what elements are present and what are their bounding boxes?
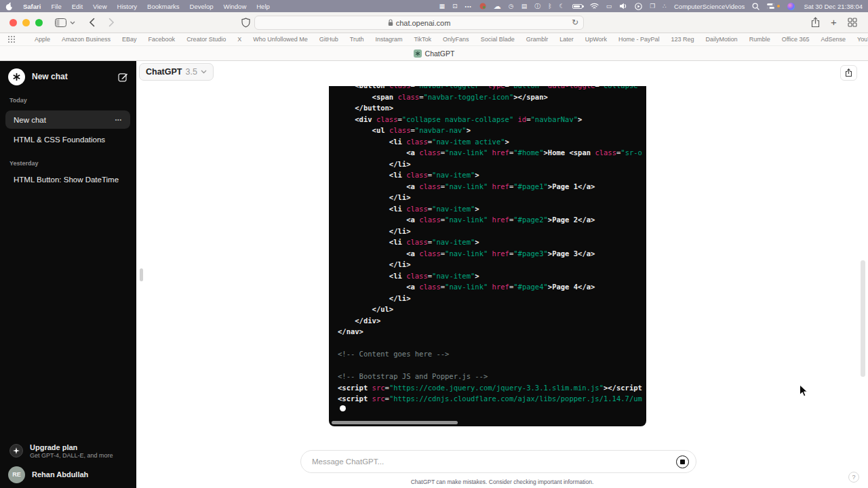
- menu-view[interactable]: View: [93, 3, 106, 10]
- bookmark-item[interactable]: DailyMotion: [706, 36, 738, 43]
- active-tab[interactable]: ChatGPT: [425, 49, 455, 58]
- cloud-icon[interactable]: ☁: [494, 3, 501, 10]
- menu-history[interactable]: History: [117, 3, 138, 10]
- alarm-clock-icon[interactable]: ◷: [509, 3, 514, 9]
- menu-window[interactable]: Window: [223, 3, 246, 10]
- bookmark-item[interactable]: X: [237, 36, 241, 43]
- bookmark-item[interactable]: YouTube Studio: [857, 36, 868, 43]
- device-name-label[interactable]: ComputerScienceVideos: [674, 3, 745, 10]
- siri-icon[interactable]: [787, 3, 795, 10]
- spotlight-search-icon[interactable]: [752, 3, 760, 10]
- bookmark-item[interactable]: AdSense: [821, 36, 846, 43]
- reload-icon[interactable]: ↻: [572, 18, 578, 27]
- window-controls: [9, 19, 43, 26]
- upgrade-plan-button[interactable]: Upgrade plan Get GPT-4, DALL-E, and more: [5, 439, 131, 462]
- volume-icon[interactable]: [619, 3, 627, 9]
- page-scrollbar[interactable]: [861, 260, 865, 377]
- back-button[interactable]: [89, 18, 95, 27]
- message-input[interactable]: [301, 458, 676, 466]
- notification-display-icon[interactable]: ▤: [521, 3, 528, 9]
- code-line: </div>: [338, 315, 646, 327]
- menu-edit[interactable]: Edit: [72, 3, 83, 10]
- new-tab-button[interactable]: +: [831, 16, 837, 28]
- do-not-disturb-moon-icon[interactable]: ☾: [559, 3, 565, 9]
- share-conversation-button[interactable]: [840, 65, 857, 81]
- bookmark-item[interactable]: EBay: [122, 36, 137, 43]
- share-page-icon[interactable]: [811, 17, 820, 28]
- play-circle-icon[interactable]: [635, 3, 642, 10]
- menu-file[interactable]: File: [51, 3, 61, 10]
- frequently-visited-grid-icon[interactable]: [8, 36, 15, 43]
- info-icon[interactable]: ⓘ: [534, 3, 540, 9]
- bookmark-item[interactable]: Home - PayPal: [618, 36, 660, 43]
- keyboard-brightness-icon[interactable]: ▦: [439, 3, 445, 9]
- bookmark-item[interactable]: UpWork: [585, 36, 607, 43]
- code-line: <a class="nav-link" href="#page3">Page 3…: [338, 248, 646, 260]
- bookmark-item[interactable]: Amazon Business: [62, 36, 111, 43]
- sidebar-item-new-chat[interactable]: New chat•••: [5, 110, 130, 129]
- bookmark-item[interactable]: Creator Studio: [186, 36, 226, 43]
- help-button[interactable]: ?: [848, 472, 859, 483]
- forward-button[interactable]: [108, 18, 115, 27]
- new-chat-header[interactable]: New chat: [5, 66, 131, 87]
- safari-toolbar: ••• 1 chat.openai.com ↻ +: [0, 12, 868, 33]
- bookmark-item[interactable]: Apple: [35, 36, 50, 43]
- bookmark-item[interactable]: Gramblr: [526, 36, 549, 43]
- sidebar-item-html-button-show-datetime[interactable]: HTML Button: Show DateTime: [5, 170, 130, 188]
- bookmark-item[interactable]: 123 Reg: [671, 36, 694, 43]
- bookmark-item[interactable]: TikTok: [414, 36, 431, 43]
- code-line: </nav>: [338, 326, 646, 338]
- wifi-icon[interactable]: [590, 3, 599, 9]
- chat-options-icon[interactable]: •••: [115, 117, 122, 122]
- user-menu[interactable]: RE Rehan Abdullah: [5, 465, 131, 484]
- compose-icon[interactable]: [118, 72, 128, 82]
- bookmark-item[interactable]: Instagram: [375, 36, 402, 43]
- bookmark-item[interactable]: Who Unfollowed Me: [253, 36, 308, 43]
- chat-sidebar: New chat TodayNew chat•••HTML & CSS Foun…: [0, 61, 136, 488]
- more-status-icon[interactable]: •••: [465, 4, 471, 9]
- code-line: <li class="nav-item">: [338, 203, 646, 215]
- sidebar-toggle-icon[interactable]: [55, 18, 66, 27]
- bookmark-item[interactable]: Rumble: [749, 36, 770, 43]
- bookmark-item[interactable]: Social Blade: [481, 36, 515, 43]
- code-line: <script src="https://code.jquery.com/jqu…: [338, 382, 646, 394]
- close-window-button[interactable]: [9, 19, 17, 26]
- bookmark-item[interactable]: OnlyFans: [443, 36, 469, 43]
- disclaimer-text: ChatGPT can make mistakes. Consider chec…: [136, 479, 868, 485]
- code-horizontal-scrollbar[interactable]: [332, 421, 458, 424]
- screen-mirroring-icon[interactable]: ⊡: [452, 3, 458, 9]
- display-icon[interactable]: ▭: [606, 3, 612, 9]
- openai-logo-icon: [8, 68, 25, 85]
- apple-menu-icon[interactable]: [5, 2, 13, 11]
- zoom-window-button[interactable]: [35, 19, 43, 26]
- address-bar[interactable]: chat.openai.com ↻: [254, 16, 584, 30]
- tab-bar: ChatGPT: [0, 46, 868, 61]
- bookmark-item[interactable]: GitHub: [319, 36, 338, 43]
- privacy-shield-icon[interactable]: [241, 18, 250, 28]
- menu-help[interactable]: Help: [256, 3, 270, 10]
- battery-icon[interactable]: [572, 4, 583, 9]
- sidebar-chevron-down-icon[interactable]: [70, 21, 75, 24]
- windows-stack-icon[interactable]: ❐: [650, 3, 655, 9]
- sidebar-resize-handle[interactable]: [140, 268, 143, 281]
- menu-bookmarks[interactable]: Bookmarks: [147, 3, 180, 10]
- chat-title: HTML Button: Show DateTime: [14, 176, 119, 184]
- dots-triangle-icon[interactable]: ∴: [663, 3, 667, 9]
- menu-safari[interactable]: Safari: [23, 3, 41, 10]
- bookmark-item[interactable]: Truth: [350, 36, 364, 43]
- menubar-clock[interactable]: Sat 30 Dec 21:38:04: [804, 3, 863, 10]
- app-status-icon[interactable]: [479, 3, 486, 9]
- bookmark-item[interactable]: Office 365: [782, 36, 810, 43]
- code-line: <span class="navbar-toggler-icon"></span…: [338, 92, 646, 103]
- tab-overview-icon[interactable]: [848, 18, 857, 27]
- menu-develop[interactable]: Develop: [190, 3, 214, 10]
- model-selector[interactable]: ChatGPT 3.5: [139, 63, 214, 81]
- bookmarks-bar: AppleAmazon BusinessEBayFacebookCreator …: [0, 33, 868, 46]
- minimize-window-button[interactable]: [22, 19, 30, 26]
- bluetooth-icon[interactable]: ᛒ: [548, 3, 551, 9]
- control-center-icon[interactable]: [767, 3, 774, 9]
- stop-generating-button[interactable]: [676, 455, 689, 468]
- sidebar-item-html-css-foundations[interactable]: HTML & CSS Foundations: [5, 130, 130, 148]
- bookmark-item[interactable]: Facebook: [149, 36, 176, 43]
- bookmark-item[interactable]: Later: [559, 36, 574, 43]
